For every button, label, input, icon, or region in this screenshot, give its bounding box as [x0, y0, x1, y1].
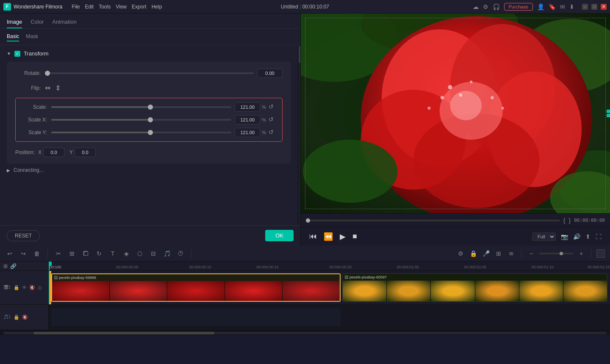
- scale-y-value[interactable]: [235, 128, 260, 137]
- delete-icon[interactable]: 🗑: [32, 250, 42, 257]
- menu-view[interactable]: View: [116, 4, 127, 10]
- reset-button[interactable]: RESET: [7, 230, 40, 241]
- rotate-value[interactable]: [257, 69, 283, 78]
- lock-icon[interactable]: 🔒: [469, 250, 478, 257]
- menu-tools[interactable]: Tools: [99, 4, 111, 10]
- bookmark-icon[interactable]: 🔖: [549, 3, 556, 10]
- scale-x-value[interactable]: [235, 115, 260, 124]
- left-scrollbar[interactable]: [298, 45, 300, 225]
- mute-audio-icon[interactable]: 🔇: [22, 314, 28, 320]
- sub-tab-mask[interactable]: Mask: [26, 32, 38, 41]
- link-icon[interactable]: 🔗: [10, 263, 17, 269]
- rotate-tl-icon[interactable]: ↻: [94, 250, 104, 257]
- back-icon[interactable]: ⏱: [176, 250, 185, 257]
- zoom-slider[interactable]: [539, 253, 573, 254]
- transition-icon[interactable]: ⬡: [135, 250, 144, 257]
- wave-icon[interactable]: ≋: [507, 250, 516, 257]
- mail-icon[interactable]: ✉: [560, 3, 565, 10]
- zoom-handle[interactable]: [560, 252, 563, 255]
- left-scroll-thumb[interactable]: [299, 46, 300, 63]
- download-icon[interactable]: ⬇: [569, 3, 574, 10]
- mute-icon[interactable]: 🔇: [29, 285, 35, 290]
- crop-icon[interactable]: ⊞: [67, 250, 77, 257]
- tab-bar: Image Color Animation: [0, 14, 300, 29]
- undo-icon[interactable]: ↩: [5, 250, 14, 257]
- clip-2[interactable]: 🖼 pexels-pixabay-60597: [342, 273, 607, 302]
- tab-color[interactable]: Color: [30, 17, 44, 28]
- close-button[interactable]: ✕: [601, 4, 607, 10]
- menu-edit[interactable]: Edit: [85, 4, 94, 10]
- snap-icon[interactable]: ⚙: [456, 250, 465, 257]
- svg-point-18: [491, 96, 494, 99]
- scroll-thumb[interactable]: [33, 332, 214, 334]
- zoom-out-icon[interactable]: −: [527, 250, 536, 257]
- purchase-button[interactable]: Purchase: [504, 3, 533, 11]
- timeline-section: ↩ ↪ 🗑 ✂ ⊞ ⧠ ↻ T ◈ ⬡ ⊟ 🎵 ⏱ ⚙ 🔒 🎤 ⊞ ≋ −: [0, 245, 610, 364]
- audio-icon[interactable]: 🎵: [162, 250, 172, 257]
- video-track-label: 🎬1 🔒 👁 🔇 ◎: [0, 271, 48, 305]
- scale-x-reset-icon[interactable]: ↺: [269, 116, 276, 124]
- lock-track-icon[interactable]: 🔒: [14, 285, 19, 290]
- flip-horizontal-button[interactable]: ⇔: [45, 84, 50, 92]
- layer-icon[interactable]: ⧠: [81, 250, 90, 257]
- ok-button[interactable]: OK: [265, 230, 294, 241]
- rotate-slider[interactable]: [45, 72, 254, 74]
- scale-value[interactable]: [235, 102, 260, 112]
- volume-icon[interactable]: 🔊: [573, 233, 580, 240]
- redo-icon[interactable]: ↪: [19, 250, 28, 257]
- text-icon[interactable]: T: [108, 250, 117, 257]
- mic-icon[interactable]: 🎤: [481, 250, 491, 257]
- menu-export[interactable]: Export: [132, 4, 147, 10]
- sub-tab-basic[interactable]: Basic: [7, 32, 19, 41]
- play-button[interactable]: ▶: [340, 232, 346, 241]
- user-icon[interactable]: 👤: [537, 3, 544, 10]
- lock-audio-icon[interactable]: 🔒: [14, 314, 19, 320]
- clip-1-frames: [52, 281, 340, 301]
- scroll-track[interactable]: [3, 332, 607, 334]
- maximize-button[interactable]: □: [591, 4, 597, 10]
- scale-reset-icon[interactable]: ↺: [269, 103, 276, 111]
- cloud-icon[interactable]: ☁: [473, 3, 479, 10]
- scale-x-slider[interactable]: [51, 119, 231, 121]
- transform-toggle[interactable]: ✓: [14, 51, 20, 57]
- rewind-button[interactable]: ⏮: [309, 232, 317, 241]
- quality-select[interactable]: Full: [532, 232, 556, 241]
- visibility-icon[interactable]: ◎: [38, 285, 42, 290]
- prev-frame-button[interactable]: ⏪: [324, 232, 333, 241]
- tab-image[interactable]: Image: [7, 17, 22, 28]
- timeline-mode-icon[interactable]: [596, 249, 605, 258]
- scale-y-reset-icon[interactable]: ↺: [269, 129, 276, 136]
- playback-right: Full 📷 🔊 ⬆ ⛶: [532, 232, 602, 241]
- zoom-in-icon[interactable]: +: [577, 250, 586, 257]
- timeline-main: ⊞ 🔗 🎬1 🔒 👁 🔇 ◎ 🎵1: [0, 262, 610, 330]
- headphone-icon[interactable]: 🎧: [493, 3, 500, 10]
- position-label: Position:: [15, 149, 35, 155]
- position-x-input[interactable]: [43, 148, 64, 157]
- eye-icon[interactable]: 👁: [22, 285, 27, 290]
- connecting-arrow[interactable]: ▶: [7, 168, 10, 173]
- color-tl-icon[interactable]: ◈: [122, 250, 131, 257]
- fullscreen-icon[interactable]: ⛶: [596, 233, 602, 240]
- tab-animation[interactable]: Animation: [52, 17, 77, 28]
- merge-icon[interactable]: ⊞: [494, 250, 503, 257]
- edge-marker-bot: [607, 114, 610, 117]
- timeline-scrollbar[interactable]: [0, 330, 610, 335]
- split-icon[interactable]: ⊟: [149, 250, 158, 257]
- stop-button[interactable]: ■: [352, 232, 357, 241]
- export-icon[interactable]: ⬆: [585, 233, 591, 240]
- preview-handle[interactable]: [306, 218, 310, 223]
- menu-help[interactable]: Help: [152, 4, 162, 10]
- scale-y-slider[interactable]: [51, 132, 231, 133]
- preview-slider[interactable]: [306, 220, 560, 221]
- settings-icon[interactable]: ⚙: [483, 3, 488, 10]
- clip-1[interactable]: 🖼 pexels-pixabay-56866: [51, 273, 341, 302]
- minimize-button[interactable]: –: [582, 4, 588, 10]
- screenshot-icon[interactable]: 📷: [561, 233, 568, 240]
- scale-slider[interactable]: [51, 106, 231, 108]
- menu-file[interactable]: File: [72, 4, 80, 10]
- position-y-input[interactable]: [75, 148, 96, 157]
- collapse-arrow[interactable]: ▼: [7, 51, 11, 56]
- add-track-icon[interactable]: ⊞: [3, 263, 8, 269]
- flip-vertical-button[interactable]: ⇔: [54, 85, 62, 91]
- cut-icon[interactable]: ✂: [54, 250, 63, 257]
